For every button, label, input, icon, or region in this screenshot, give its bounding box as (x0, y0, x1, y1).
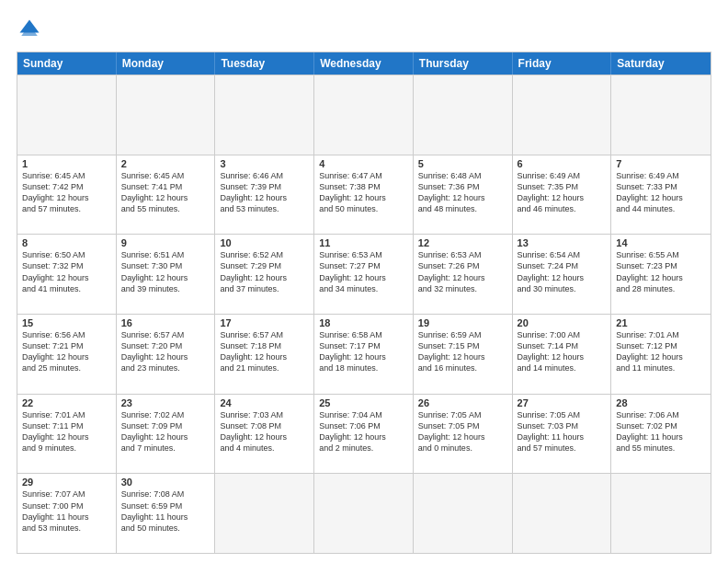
cell-info-line: and 41 minutes. (22, 283, 111, 294)
day-number: 5 (418, 158, 507, 169)
calendar-row-4: 22Sunrise: 7:01 AMSunset: 7:11 PMDayligh… (17, 394, 711, 474)
cell-info-line: Sunset: 7:32 PM (22, 260, 111, 271)
day-cell-15: 15Sunrise: 6:56 AMSunset: 7:21 PMDayligh… (17, 315, 117, 394)
day-cell-21: 21Sunrise: 7:01 AMSunset: 7:12 PMDayligh… (611, 315, 711, 394)
cell-info-line: Daylight: 11 hours (121, 511, 210, 523)
cell-info-line: and 2 minutes. (319, 442, 408, 454)
cell-info-line: Sunrise: 7:06 AM (616, 409, 706, 420)
empty-cell (314, 474, 414, 553)
day-number: 10 (220, 237, 309, 248)
cell-info-line: Daylight: 12 hours (121, 431, 210, 442)
cell-info-line: Sunrise: 6:47 AM (319, 170, 408, 181)
cell-info-line: Sunrise: 7:02 AM (121, 409, 210, 420)
header-day-sunday: Sunday (17, 52, 117, 75)
day-number: 11 (319, 237, 408, 248)
cell-info-line: and 48 minutes. (418, 203, 507, 214)
cell-info-line: Daylight: 12 hours (121, 192, 210, 203)
cell-info-line: Sunrise: 6:46 AM (220, 170, 309, 181)
cell-info-line: and 44 minutes. (616, 203, 706, 214)
cell-info-line: Daylight: 12 hours (121, 351, 210, 362)
cell-info-line: Sunrise: 7:04 AM (319, 409, 408, 420)
cell-info-line: Daylight: 12 hours (220, 351, 309, 362)
cell-info-line: Daylight: 12 hours (418, 272, 507, 283)
cell-info-line: Sunrise: 6:55 AM (616, 249, 706, 260)
logo (17, 17, 46, 42)
empty-cell (611, 75, 711, 155)
cell-info-line: Daylight: 12 hours (22, 192, 111, 203)
cell-info-line: Daylight: 12 hours (319, 351, 408, 362)
day-cell-4: 4Sunrise: 6:47 AMSunset: 7:38 PMDaylight… (314, 155, 414, 235)
day-number: 23 (121, 397, 210, 408)
day-number: 7 (616, 158, 706, 169)
cell-info-line: Sunset: 7:41 PM (121, 181, 210, 192)
day-number: 27 (518, 397, 607, 408)
header-day-wednesday: Wednesday (314, 52, 414, 75)
cell-info-line: Daylight: 12 hours (616, 272, 706, 283)
empty-cell (414, 474, 513, 553)
cell-info-line: Sunset: 7:38 PM (319, 181, 408, 192)
calendar-row-0 (17, 75, 711, 155)
cell-info-line: Sunset: 7:20 PM (121, 340, 210, 351)
cell-info-line: Sunrise: 6:45 AM (22, 170, 111, 181)
cell-info-line: Sunset: 7:21 PM (22, 340, 111, 351)
empty-cell (611, 474, 711, 553)
empty-cell (513, 474, 612, 553)
day-cell-19: 19Sunrise: 6:59 AMSunset: 7:15 PMDayligh… (414, 315, 513, 394)
cell-info-line: and 57 minutes. (518, 442, 607, 454)
day-cell-16: 16Sunrise: 6:57 AMSunset: 7:20 PMDayligh… (117, 315, 216, 394)
cell-info-line: Sunrise: 6:56 AM (22, 329, 111, 340)
cell-info-line: Sunset: 7:12 PM (616, 340, 706, 351)
day-number: 25 (319, 397, 408, 408)
cell-info-line: Sunset: 7:02 PM (616, 420, 706, 431)
cell-info-line: Sunrise: 6:51 AM (121, 249, 210, 260)
cell-info-line: and 53 minutes. (22, 523, 111, 534)
cell-info-line: Sunset: 7:23 PM (616, 260, 706, 271)
day-number: 2 (121, 158, 210, 169)
day-number: 17 (220, 317, 309, 328)
cell-info-line: and 50 minutes. (121, 523, 210, 534)
day-cell-28: 28Sunrise: 7:06 AMSunset: 7:02 PMDayligh… (611, 395, 711, 474)
cell-info-line: Sunset: 7:26 PM (418, 260, 507, 271)
calendar-row-1: 1Sunrise: 6:45 AMSunset: 7:42 PMDaylight… (17, 155, 711, 235)
day-number: 29 (22, 477, 111, 488)
cell-info-line: Sunrise: 7:07 AM (22, 488, 111, 500)
empty-cell (414, 75, 513, 155)
cell-info-line: Sunrise: 6:53 AM (418, 249, 507, 260)
day-cell-7: 7Sunrise: 6:49 AMSunset: 7:33 PMDaylight… (611, 155, 711, 235)
cell-info-line: Sunset: 7:29 PM (220, 260, 309, 271)
cell-info-line: Sunset: 7:18 PM (220, 340, 309, 351)
cell-info-line: and 23 minutes. (121, 362, 210, 373)
cell-info-line: Daylight: 12 hours (616, 351, 706, 362)
cell-info-line: Daylight: 12 hours (319, 192, 408, 203)
cell-info-line: Sunrise: 6:49 AM (616, 170, 706, 181)
day-cell-3: 3Sunrise: 6:46 AMSunset: 7:39 PMDaylight… (215, 155, 314, 235)
cell-info-line: Daylight: 12 hours (220, 431, 309, 442)
day-number: 4 (319, 158, 408, 169)
day-number: 12 (418, 237, 507, 248)
cell-info-line: Sunset: 7:11 PM (22, 420, 111, 431)
cell-info-line: Sunrise: 6:59 AM (418, 329, 507, 340)
cell-info-line: Sunrise: 6:52 AM (220, 249, 309, 260)
header-day-saturday: Saturday (611, 52, 711, 75)
cell-info-line: Sunset: 7:06 PM (319, 420, 408, 431)
day-number: 20 (518, 317, 607, 328)
cell-info-line: Sunrise: 7:03 AM (220, 409, 309, 420)
cell-info-line: Daylight: 11 hours (518, 431, 607, 442)
cell-info-line: Sunset: 7:08 PM (220, 420, 309, 431)
day-cell-17: 17Sunrise: 6:57 AMSunset: 7:18 PMDayligh… (215, 315, 314, 394)
cell-info-line: Sunset: 7:17 PM (319, 340, 408, 351)
cell-info-line: and 57 minutes. (22, 203, 111, 214)
cell-info-line: and 39 minutes. (121, 283, 210, 294)
cell-info-line: Sunset: 6:59 PM (121, 500, 210, 511)
logo-icon (17, 17, 42, 42)
cell-info-line: Daylight: 12 hours (518, 192, 607, 203)
cell-info-line: Daylight: 12 hours (220, 192, 309, 203)
cell-info-line: and 16 minutes. (418, 362, 507, 373)
day-cell-25: 25Sunrise: 7:04 AMSunset: 7:06 PMDayligh… (314, 395, 414, 474)
cell-info-line: Daylight: 12 hours (616, 192, 706, 203)
day-number: 9 (121, 237, 210, 248)
day-cell-29: 29Sunrise: 7:07 AMSunset: 7:00 PMDayligh… (17, 474, 117, 553)
day-number: 16 (121, 317, 210, 328)
day-cell-26: 26Sunrise: 7:05 AMSunset: 7:05 PMDayligh… (414, 395, 513, 474)
cell-info-line: Daylight: 12 hours (518, 351, 607, 362)
